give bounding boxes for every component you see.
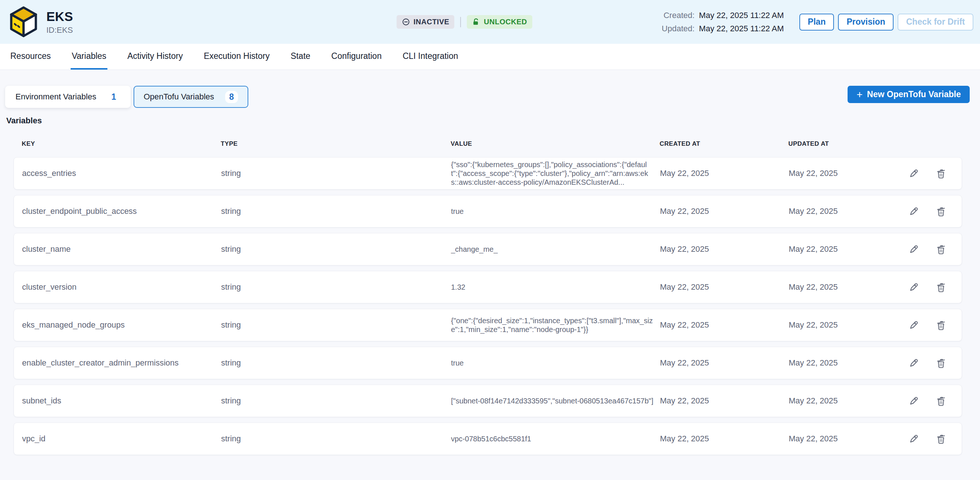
delete-variable-button[interactable] xyxy=(935,395,947,407)
tab-configuration[interactable]: Configuration xyxy=(330,44,383,70)
delete-variable-button[interactable] xyxy=(935,281,947,293)
variable-created-at: May 22, 2025 xyxy=(660,282,789,292)
tab-environment-variables[interactable]: Environment Variables 1 xyxy=(5,86,130,108)
column-header-created-at: CREATED AT xyxy=(660,140,788,148)
edit-variable-button[interactable] xyxy=(908,281,920,293)
variable-created-at: May 22, 2025 xyxy=(660,434,789,443)
variable-created-at: May 22, 2025 xyxy=(660,396,789,406)
provision-button[interactable]: Provision xyxy=(838,14,894,30)
variable-type: string xyxy=(221,207,451,216)
delete-variable-button[interactable] xyxy=(935,433,947,445)
delete-variable-button[interactable] xyxy=(935,319,947,331)
environment-timestamps: Created: May 22, 2025 11:22 AM Updated: … xyxy=(662,11,784,33)
table-row: enable_cluster_creator_admin_permissions… xyxy=(14,347,962,379)
edit-variable-button[interactable] xyxy=(908,167,920,179)
column-header-type: TYPE xyxy=(221,140,451,148)
column-header-key: KEY xyxy=(22,140,221,148)
new-opentofu-variable-button[interactable]: + New OpenTofu Variable xyxy=(848,86,970,103)
edit-variable-button[interactable] xyxy=(908,206,920,217)
row-actions xyxy=(899,433,947,445)
environment-variables-count: 1 xyxy=(107,91,120,103)
edit-variable-button[interactable] xyxy=(908,319,920,331)
table-body: access_entriesstring{"sso":{"kubernetes_… xyxy=(0,157,980,455)
edit-variable-button[interactable] xyxy=(908,433,920,445)
environment-header: EKS ID:EKS INACTIVE UNLOCKED xyxy=(0,0,980,44)
variable-key: vpc_id xyxy=(22,434,221,443)
environment-id: ID:EKS xyxy=(46,26,73,35)
variable-value: {"one":{"desired_size":1,"instance_types… xyxy=(451,316,660,334)
variable-key: cluster_version xyxy=(22,282,221,292)
plan-button[interactable]: Plan xyxy=(799,14,834,30)
delete-variable-button[interactable] xyxy=(935,357,947,369)
tab-variables[interactable]: Variables xyxy=(71,44,107,70)
delete-trash-icon xyxy=(935,319,947,330)
status-badge-unlocked: UNLOCKED xyxy=(467,15,532,29)
updated-value: May 22, 2025 11:22 AM xyxy=(699,24,784,33)
variable-type: string xyxy=(221,282,451,292)
updated-label: Updated: xyxy=(662,24,695,33)
edit-pencil-icon xyxy=(908,168,919,179)
variable-updated-at: May 22, 2025 xyxy=(789,320,899,330)
table-row: eks_managed_node_groupsstring{"one":{"de… xyxy=(14,309,962,341)
opentofu-cube-logo xyxy=(7,5,40,39)
tab-activity-history[interactable]: Activity History xyxy=(126,44,184,70)
row-actions xyxy=(899,395,947,407)
variable-updated-at: May 22, 2025 xyxy=(789,169,899,178)
row-actions xyxy=(899,319,947,331)
variable-updated-at: May 22, 2025 xyxy=(789,358,899,368)
column-header-value: VALUE xyxy=(451,140,660,148)
variable-key: subnet_ids xyxy=(22,396,221,406)
variable-created-at: May 22, 2025 xyxy=(660,244,789,254)
edit-pencil-icon xyxy=(908,395,919,407)
edit-pencil-icon xyxy=(908,319,919,330)
row-actions xyxy=(899,206,947,217)
tab-opentofu-variables[interactable]: OpenTofu Variables 8 xyxy=(134,86,248,108)
section-title: Variables xyxy=(6,116,980,126)
status-badge-inactive: INACTIVE xyxy=(396,15,454,29)
plus-icon: + xyxy=(856,89,862,100)
subtab-label: Environment Variables xyxy=(16,92,96,102)
app-root: EKS ID:EKS INACTIVE UNLOCKED xyxy=(0,0,980,455)
delete-variable-button[interactable] xyxy=(935,167,947,179)
variable-updated-at: May 22, 2025 xyxy=(789,434,899,443)
delete-trash-icon xyxy=(935,168,947,179)
variable-type: string xyxy=(221,434,451,443)
row-actions xyxy=(899,167,947,179)
variable-key: eks_managed_node_groups xyxy=(22,320,221,330)
tab-resources[interactable]: Resources xyxy=(9,44,52,70)
variable-type: string xyxy=(221,396,451,406)
variable-value: 1.32 xyxy=(451,283,660,292)
tab-execution-history[interactable]: Execution History xyxy=(203,44,271,70)
variable-type-tabs: Environment Variables 1 OpenTofu Variabl… xyxy=(5,86,248,108)
table-row: access_entriesstring{"sso":{"kubernetes_… xyxy=(14,157,962,190)
tab-state[interactable]: State xyxy=(290,44,312,70)
badge-divider xyxy=(460,17,461,27)
edit-variable-button[interactable] xyxy=(908,395,920,407)
variable-updated-at: May 22, 2025 xyxy=(789,282,899,292)
status-badges: INACTIVE UNLOCKED xyxy=(396,0,532,44)
environment-identity: EKS ID:EKS xyxy=(7,5,73,39)
status-badge-label: INACTIVE xyxy=(414,18,449,26)
row-actions xyxy=(899,357,947,369)
variable-value: true xyxy=(451,359,660,367)
unlocked-padlock-icon xyxy=(472,18,480,26)
variable-key: cluster_name xyxy=(22,244,221,254)
row-actions xyxy=(899,243,947,255)
created-label: Created: xyxy=(662,11,695,20)
table-row: cluster_versionstring1.32May 22, 2025May… xyxy=(14,271,962,303)
table-header: KEY TYPE VALUE CREATED AT UPDATED AT xyxy=(14,126,970,157)
table-row: subnet_idsstring["subnet-08f14e7142d3335… xyxy=(14,385,962,417)
delete-variable-button[interactable] xyxy=(935,243,947,255)
variable-type: string xyxy=(221,244,451,254)
variable-value: true xyxy=(451,207,660,216)
delete-trash-icon xyxy=(935,357,947,368)
variable-key: enable_cluster_creator_admin_permissions xyxy=(22,358,221,368)
edit-pencil-icon xyxy=(908,244,919,255)
edit-variable-button[interactable] xyxy=(908,357,920,369)
check-for-drift-button[interactable]: Check for Drift xyxy=(897,14,974,30)
opentofu-variables-count: 8 xyxy=(225,91,238,103)
tab-cli-integration[interactable]: CLI Integration xyxy=(401,44,459,70)
delete-variable-button[interactable] xyxy=(935,206,947,217)
table-row: vpc_idstringvpc-078b51c6cbc5581f1May 22,… xyxy=(14,423,962,455)
edit-variable-button[interactable] xyxy=(908,243,920,255)
